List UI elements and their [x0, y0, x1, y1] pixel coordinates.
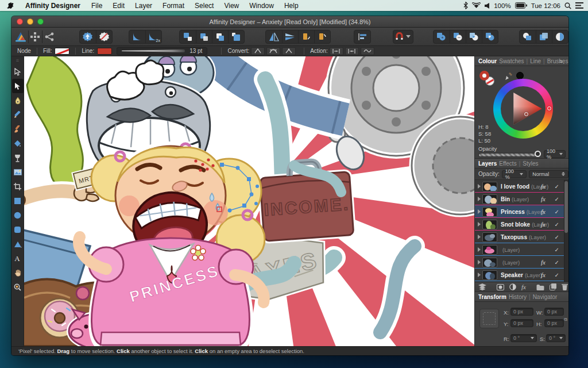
flip-horizontal-icon[interactable] [266, 30, 282, 43]
menu-clock[interactable]: Tue 12:06 [531, 2, 560, 9]
menu-help[interactable]: Help [279, 2, 304, 10]
convert-smart-icon[interactable] [282, 47, 296, 55]
boolean-subtract-icon[interactable]: − [450, 30, 466, 43]
share-icon[interactable] [42, 30, 56, 43]
layer-thumbnail[interactable] [482, 258, 497, 267]
fx-badge[interactable]: fx [541, 221, 546, 228]
disclosure-icon[interactable] [478, 197, 481, 201]
star-badge-slash-icon[interactable] [96, 30, 112, 43]
visibility-checkbox[interactable]: ✓ [555, 272, 559, 278]
visibility-checkbox[interactable]: ✓ [555, 234, 559, 240]
layer-row-speaker[interactable]: Speaker (Layer) fx ✓ [475, 269, 568, 281]
layer-thumbnail[interactable] [482, 194, 497, 204]
move-forward-one-icon[interactable] [212, 30, 228, 43]
anchor-point-selector[interactable] [479, 309, 499, 328]
x-field[interactable]: 0 px [510, 308, 533, 316]
rounded-rectangle-tool[interactable] [12, 223, 24, 237]
layer-row-i-love-food[interactable]: I love food (Layer) fx ✓ [475, 180, 568, 193]
link-dimensions-icon[interactable]: ⧉ [564, 317, 567, 323]
rotation-dropdown[interactable]: 0 ° [510, 334, 537, 342]
tab-transform[interactable]: Transform [478, 294, 506, 300]
document-corner-icon[interactable] [129, 30, 145, 43]
visibility-checkbox[interactable]: ✓ [555, 196, 559, 202]
menu-layer[interactable]: Layer [130, 2, 157, 10]
geometry-divide-icon[interactable] [552, 30, 568, 43]
boolean-intersect-icon[interactable] [466, 30, 482, 43]
geometry-merge-icon[interactable] [520, 30, 536, 43]
line-swatch[interactable] [97, 48, 112, 55]
fill-tool[interactable] [12, 136, 24, 151]
fx-badge[interactable]: fx [541, 208, 546, 215]
move-to-back-icon[interactable] [180, 30, 196, 43]
snapping-dropdown-icon[interactable] [406, 35, 411, 38]
menu-file[interactable]: File [86, 2, 107, 10]
disclosure-icon[interactable] [478, 273, 481, 277]
transparency-tool[interactable] [12, 151, 24, 165]
disclosure-icon[interactable] [478, 184, 481, 189]
brush-tool[interactable] [12, 122, 24, 136]
apple-menu-icon[interactable] [7, 2, 14, 10]
hue-selector[interactable] [547, 106, 551, 110]
rotate-ccw-icon[interactable] [298, 30, 314, 43]
fx-badge[interactable]: fx [541, 183, 546, 190]
layers-scrollbar-thumb[interactable] [564, 181, 568, 233]
move-back-one-icon[interactable] [196, 30, 212, 43]
layer-row-unnamed-1[interactable]: (Layer) ✓ [475, 243, 568, 256]
disclosure-icon[interactable] [478, 247, 481, 252]
action-break-curve-icon[interactable] [330, 47, 343, 55]
menu-view[interactable]: View [219, 2, 244, 10]
crop-tool[interactable] [12, 179, 24, 194]
fx-badge[interactable]: fx [541, 271, 546, 278]
place-image-tool[interactable] [12, 165, 24, 179]
layer-row-princess[interactable]: Princess (Layer) fx ✓ [475, 205, 568, 218]
volume-icon[interactable] [485, 3, 490, 9]
menu-window[interactable]: Window [244, 2, 279, 10]
flip-vertical-icon[interactable] [282, 30, 298, 43]
document-corner-2x-icon[interactable]: 2x [145, 30, 161, 43]
snapping-magnet-icon[interactable] [393, 30, 413, 43]
layer-row-unnamed-2[interactable]: (Layer) fx ✓ [475, 256, 568, 269]
opacity-slider[interactable] [478, 153, 539, 157]
disclosure-icon[interactable] [478, 222, 481, 227]
fx-badge[interactable]: fx [541, 195, 546, 202]
opacity-value-dropdown[interactable]: 100 % [544, 150, 566, 158]
blend-mode-dropdown[interactable]: Normal [529, 170, 568, 178]
menu-format[interactable]: Format [157, 2, 189, 10]
menu-select[interactable]: Select [189, 2, 219, 10]
layer-row-snot-bloke[interactable]: Snot bloke (Layer) fx ✓ [475, 218, 568, 231]
disclosure-icon[interactable] [478, 260, 481, 264]
layers-scrollbar[interactable] [564, 180, 568, 282]
fill-swatch[interactable] [55, 48, 69, 55]
visibility-checkbox[interactable]: ✓ [555, 247, 559, 253]
bluetooth-icon[interactable] [463, 2, 468, 9]
eyedropper-icon[interactable] [505, 72, 513, 81]
menu-edit[interactable]: Edit [107, 2, 130, 10]
stroke-width-value[interactable]: 13 pt [189, 48, 202, 54]
visibility-checkbox[interactable]: ✓ [555, 259, 559, 266]
document-canvas[interactable]: MRTAXMAN TAXES INCOME. [24, 56, 474, 346]
y-field[interactable]: 0 px [510, 319, 533, 327]
visibility-checkbox[interactable]: ✓ [555, 221, 559, 228]
tab-navigator[interactable]: Navigator [533, 294, 558, 300]
disclosure-icon[interactable] [478, 209, 481, 214]
ellipse-tool[interactable] [12, 208, 24, 223]
mask-layer-icon[interactable] [497, 284, 504, 290]
triangle-tool[interactable] [12, 237, 24, 251]
rotate-cw-icon[interactable] [314, 30, 330, 43]
spotlight-icon[interactable] [564, 2, 571, 9]
rectangle-tool[interactable] [12, 194, 24, 208]
new-group-icon[interactable] [536, 284, 544, 290]
visibility-checkbox[interactable]: ✓ [555, 183, 559, 190]
star-badge-up-icon[interactable] [80, 30, 96, 43]
alignment-icon[interactable] [354, 30, 370, 43]
layer-thumbnail[interactable] [482, 220, 497, 229]
layer-row-bin[interactable]: Bin (Layer) fx ✓ [475, 193, 568, 205]
zoom-tool[interactable] [12, 280, 24, 294]
pencil-tool[interactable] [12, 108, 24, 122]
hand-tool[interactable] [12, 266, 24, 280]
battery-icon[interactable] [515, 2, 527, 9]
tab-history[interactable]: History [509, 294, 527, 300]
node-tool[interactable] [12, 79, 24, 93]
tools-drag-handle[interactable]: ≡ [12, 56, 24, 64]
wifi-icon[interactable] [472, 2, 481, 9]
